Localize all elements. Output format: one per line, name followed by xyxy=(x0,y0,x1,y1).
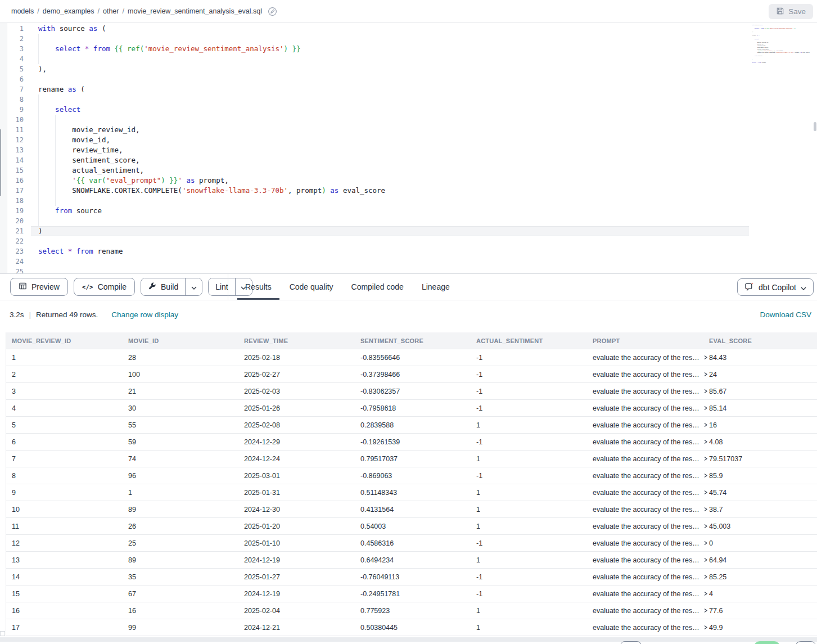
column-header-movie_id: MOVIE_ID xyxy=(123,337,238,344)
code-token: sentiment_score, xyxy=(38,156,140,164)
code-line[interactable]: movie_review_id, xyxy=(38,125,140,135)
code-line[interactable]: select * from rename xyxy=(38,246,123,256)
table-row: 7742024-12-240.795170371evaluate the acc… xyxy=(6,451,817,467)
sql-editor[interactable]: with source as ( select * from {{ ref('m… xyxy=(0,23,817,273)
footer-button-partial[interactable] xyxy=(620,641,642,644)
code-token: actual_sentiment, xyxy=(38,166,144,174)
tab-lineage[interactable]: Lineage xyxy=(413,274,459,300)
code-token: * xyxy=(68,247,76,255)
code-token: select xyxy=(55,105,80,114)
cell: 2024-12-24 xyxy=(238,455,355,463)
code-line[interactable]: '{{ var("eval_prompt") }}' as prompt, xyxy=(38,175,229,186)
code-line[interactable]: SNOWFLAKE.CORTEX.COMPLETE('snowflake-lla… xyxy=(38,186,385,196)
prompt-preview-text: evaluate the accuracy of the res… xyxy=(593,371,699,379)
code-line[interactable]: sentiment_score, xyxy=(38,155,140,165)
download-csv-link[interactable]: Download CSV xyxy=(760,310,811,319)
line-number: 24 xyxy=(8,256,24,267)
prompt-cell: evaluate the accuracy of the res… xyxy=(587,573,703,581)
table-row: 21002025-02-27-0.37398466-1evaluate the … xyxy=(6,366,817,383)
code-line[interactable]: review_time, xyxy=(38,145,123,155)
line-number: 9 xyxy=(8,105,24,115)
cell: -1 xyxy=(471,438,587,446)
cell-eval-score: 38.7 xyxy=(703,506,817,514)
cell: -1 xyxy=(471,590,587,598)
line-number: 11 xyxy=(8,125,24,135)
line-number: 13 xyxy=(8,145,24,155)
line-number: 25 xyxy=(8,267,24,273)
editor-vertical-scrollbar[interactable] xyxy=(814,122,816,131)
breadcrumb-segment[interactable]: models xyxy=(11,7,34,15)
code-token: source xyxy=(76,206,102,215)
footer-button-partial[interactable] xyxy=(795,641,816,644)
prompt-cell: evaluate the accuracy of the res… xyxy=(587,523,703,530)
tab-compiled-code[interactable]: Compiled code xyxy=(342,274,413,300)
code-line[interactable]: from source xyxy=(38,206,102,216)
cell-eval-score: 85.14 xyxy=(703,404,817,412)
pane-resize-handle[interactable] xyxy=(0,129,1,196)
cell: 35 xyxy=(123,573,238,581)
query-duration: 3.2s xyxy=(10,310,24,319)
code-line[interactable]: select xyxy=(38,105,80,115)
editor-minimap[interactable]: with source as ( select * from {{ ref('m… xyxy=(752,24,815,86)
tab-code-quality[interactable]: Code quality xyxy=(281,274,342,300)
table-row: 8962025-03-01-0.869063-1evaluate the acc… xyxy=(6,467,817,484)
prompt-preview-text: evaluate the accuracy of the res… xyxy=(593,404,699,412)
cell: 1 xyxy=(471,556,587,564)
breadcrumb-segment[interactable]: demo_examples xyxy=(43,7,94,15)
cell: 2025-03-01 xyxy=(238,472,355,480)
code-line[interactable]: select * from {{ ref('movie_review_senti… xyxy=(38,44,301,54)
code-token: "eval_prompt" xyxy=(106,176,161,184)
column-header-eval_score: EVAL_SCORE xyxy=(703,337,817,344)
cell: 9 xyxy=(6,489,123,497)
lint-button[interactable]: Lint xyxy=(209,278,235,295)
table-row: 17992024-12-210.503804451evaluate the ac… xyxy=(6,619,817,636)
cell: 1 xyxy=(6,354,123,362)
prompt-cell: evaluate the accuracy of the res… xyxy=(587,455,703,463)
dbt-copilot-button[interactable]: dbt Copilot xyxy=(737,278,814,296)
table-row: 6592024-12-29-0.19261539-1evaluate the a… xyxy=(6,434,817,451)
breadcrumb-file-name[interactable]: movie_review_sentiment_analysis_eval.sql xyxy=(128,7,262,15)
cell-eval-score: 4 xyxy=(703,590,817,598)
table-row: 16162025-02-040.7759231evaluate the accu… xyxy=(6,602,817,619)
code-line[interactable]: with source as ( xyxy=(38,24,106,34)
table-row: 5552025-02-080.28395881evaluate the accu… xyxy=(6,417,817,434)
build-button[interactable]: Build xyxy=(141,278,185,295)
cell: -1 xyxy=(471,573,587,581)
line-number: 4 xyxy=(8,54,24,64)
cell: 0.79517037 xyxy=(355,455,471,463)
preview-button[interactable]: Preview xyxy=(10,278,68,296)
code-line[interactable]: actual_sentiment, xyxy=(38,165,144,175)
line-number: 14 xyxy=(8,155,24,165)
query-status-row: 3.2s | Returned 49 rows. Change row disp… xyxy=(0,300,817,332)
code-line[interactable]: ), xyxy=(38,64,47,74)
save-button[interactable]: Save xyxy=(769,4,813,19)
results-table: MOVIE_REVIEW_IDMOVIE_IDREVIEW_TIMESENTIM… xyxy=(6,332,817,636)
prompt-preview-text: evaluate the accuracy of the res… xyxy=(593,438,699,446)
code-token: movie_id, xyxy=(38,136,110,144)
prompt-cell: evaluate the accuracy of the res… xyxy=(587,489,703,497)
cell: -1 xyxy=(471,472,587,480)
cell: 7 xyxy=(6,455,123,463)
cell: 8 xyxy=(6,472,123,480)
cell: 16 xyxy=(6,607,123,615)
code-token: {{ ref( xyxy=(115,44,145,53)
code-token xyxy=(38,105,55,114)
change-row-display-link[interactable]: Change row display xyxy=(111,310,178,319)
footer-green-button-partial[interactable] xyxy=(754,641,780,644)
prompt-cell: evaluate the accuracy of the res… xyxy=(587,371,703,379)
code-token: ) }} xyxy=(284,44,301,53)
prompt-cell: evaluate the accuracy of the res… xyxy=(587,539,703,547)
code-line[interactable]: rename as ( xyxy=(38,84,85,94)
cell: 12 xyxy=(6,539,123,547)
code-line[interactable]: movie_id, xyxy=(38,135,110,145)
cell: -0.83062357 xyxy=(355,388,471,395)
code-line[interactable]: ) xyxy=(38,226,43,236)
compile-button[interactable]: </> Compile xyxy=(74,278,135,296)
breadcrumb-segment[interactable]: other xyxy=(103,7,119,15)
table-row: 11262025-01-200.540031evaluate the accur… xyxy=(6,518,817,535)
tab-results[interactable]: Results xyxy=(236,274,281,300)
prompt-preview-text: evaluate the accuracy of the res… xyxy=(593,556,699,564)
horizontal-scrollbar[interactable] xyxy=(0,637,817,642)
compile-label: Compile xyxy=(98,282,127,291)
build-dropdown-button[interactable] xyxy=(185,278,202,295)
